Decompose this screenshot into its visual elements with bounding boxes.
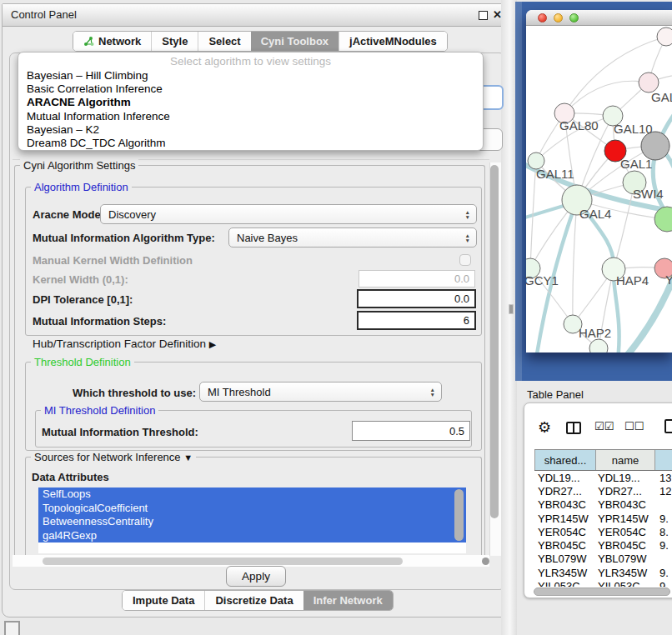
tab-infer-network[interactable]: Infer Network — [303, 591, 393, 610]
table-panel-title: Table Panel — [527, 388, 584, 401]
document-icon[interactable] — [664, 419, 672, 433]
algorithm-option[interactable]: Bayesian – K2 — [18, 123, 483, 137]
tab-label: Network — [98, 35, 141, 48]
algorithm-placeholder: Select algorithm to view settings — [18, 55, 483, 69]
hub-definition-expander[interactable]: Hub/Transcription Factor Definition ▶ — [33, 338, 216, 350]
algorithm-option[interactable]: ARACNE Algorithm — [18, 96, 483, 109]
mi-steps-value: 6 — [464, 314, 469, 327]
attribute-item[interactable]: SelfLoops — [38, 488, 466, 502]
mi-threshold-field[interactable]: 0.5 — [352, 421, 470, 441]
network-node[interactable] — [657, 28, 672, 46]
network-canvas[interactable]: GALGAL80GAL10GAL1GAL11GAL4SWI4HAP4YGCY1H… — [526, 26, 672, 352]
column-header-clipped[interactable]: A — [654, 450, 672, 470]
group-title: Sources for Network Inference ▼ — [31, 451, 196, 463]
kernel-width-label: Kernel Width (0,1): — [33, 273, 128, 286]
zoom-traffic-light-icon[interactable] — [569, 13, 579, 22]
deselect-all-checkboxes-icon[interactable]: ☐☐ — [624, 420, 644, 432]
select-all-checkboxes-icon[interactable]: ☑☑ — [594, 420, 614, 432]
node-label: GAL11 — [536, 167, 574, 181]
tab-style[interactable]: Style — [151, 32, 198, 51]
minimize-traffic-light-icon[interactable] — [554, 13, 563, 22]
which-threshold-label: Which threshold to use: — [73, 387, 196, 399]
tab-network[interactable]: Network — [73, 32, 151, 51]
mi-type-label: Mutual Information Algorithm Type: — [33, 232, 215, 244]
expander-down-icon[interactable]: ▼ — [183, 452, 193, 462]
kernel-width-value: 0.0 — [454, 272, 469, 285]
spinner-arrows-icon: ▲▼ — [465, 210, 470, 219]
tab-label: Discretize Data — [215, 594, 293, 607]
float-window-icon[interactable] — [479, 11, 488, 20]
tab-label: jActiveMNodules — [349, 35, 437, 48]
node-label: GAL — [651, 90, 672, 104]
splitter-handle[interactable] — [509, 304, 514, 314]
table-row[interactable]: YBR045CYBR045C9. — [534, 538, 672, 552]
group-title: MI Threshold Definition — [41, 404, 158, 417]
mi-steps-field[interactable]: 6 — [357, 311, 476, 330]
control-panel-titlebar: Control Panel ✕ — [3, 4, 508, 27]
network-icon — [83, 36, 94, 47]
settings-hscrollbar-thumb[interactable] — [43, 558, 403, 565]
settings-vscrollbar-thumb[interactable] — [490, 165, 499, 518]
tab-discretize-data[interactable]: Discretize Data — [204, 591, 303, 610]
sources-title: Sources for Network Inference — [34, 451, 181, 463]
attribute-item[interactable]: BetweennessCentrality — [38, 515, 466, 529]
gear-icon[interactable]: ⚙ — [538, 418, 551, 437]
table-row[interactable]: YIL053CYIL053C9. — [534, 579, 672, 587]
network-node[interactable] — [589, 339, 608, 352]
hub-definition-label: Hub/Transcription Factor Definition — [33, 338, 206, 350]
mi-threshold-label: Mutual Information Threshold: — [42, 426, 198, 438]
tab-select[interactable]: Select — [198, 32, 250, 51]
table-row[interactable]: YER054CYER054C8. — [534, 525, 672, 538]
tab-impute-data[interactable]: Impute Data — [123, 591, 204, 610]
column-header-name[interactable]: name — [595, 450, 654, 470]
manual-kernel-checkbox[interactable] — [459, 254, 471, 266]
tab-label: Cyni Toolbox — [261, 35, 328, 48]
mi-type-value: Naive Bayes — [237, 232, 298, 244]
tab-jactivemnodules[interactable]: jActiveMNodules — [339, 32, 447, 51]
spinner-arrows-icon: ▲▼ — [465, 233, 470, 242]
table-row[interactable]: YBR043CYBR043C — [534, 498, 672, 512]
data-attributes-label: Data Attributes — [32, 471, 109, 483]
attributes-scrollbar-thumb[interactable] — [454, 489, 464, 541]
data-attributes-list[interactable]: SelfLoopsTopologicalCoefficientBetweenne… — [38, 488, 466, 553]
algorithm-option[interactable]: Mutual Information Inference — [18, 110, 483, 123]
table-row[interactable]: YBL079WYBL079W — [534, 552, 672, 566]
column-header-shared[interactable]: shared... — [534, 450, 595, 470]
tab-label: Style — [162, 35, 188, 48]
mi-type-select[interactable]: Naive Bayes ▲▼ — [228, 228, 477, 248]
algorithm-option[interactable]: Bayesian – Hill Climbing — [18, 69, 483, 82]
which-threshold-select[interactable]: MI Threshold ▲▼ — [199, 382, 442, 402]
desktop-edge-highlight — [515, 2, 522, 381]
apply-button[interactable]: Apply — [226, 566, 286, 587]
attribute-item[interactable]: TopologicalCoefficient — [38, 502, 466, 516]
dpi-tolerance-field[interactable]: 0.0 — [357, 289, 476, 308]
control-panel-tabs: Network Style Select Cyni Toolbox jActiv… — [73, 31, 448, 52]
node-label: GAL1 — [620, 157, 652, 171]
table-row[interactable]: YDR27...YDR27...12 — [534, 484, 672, 498]
tab-label: Infer Network — [313, 594, 383, 607]
close-traffic-light-icon[interactable] — [538, 13, 547, 22]
algorithm-option[interactable]: Basic Correlation Inference — [18, 82, 483, 96]
aracne-mode-value: Discovery — [108, 208, 156, 221]
spinner-arrows-icon: ▲▼ — [430, 388, 435, 397]
algorithm-option[interactable]: Dream8 DC_TDC Algorithm — [18, 137, 483, 150]
node-label: GAL10 — [614, 122, 653, 136]
split-columns-icon[interactable] — [566, 422, 581, 434]
scrollbar-knob[interactable] — [482, 558, 489, 565]
dpi-tolerance-value: 0.0 — [454, 292, 469, 305]
table-row[interactable]: YPR145WYPR145W9. — [534, 512, 672, 525]
aracne-mode-label: Aracne Mode: — [33, 208, 104, 221]
network-window: GALGAL80GAL10GAL1GAL11GAL4SWI4HAP4YGCY1H… — [526, 10, 672, 352]
manual-kernel-label: Manual Kernel Width Definition — [33, 254, 193, 267]
kernel-width-field[interactable]: 0.0 — [359, 270, 475, 288]
expander-right-icon: ▶ — [209, 339, 216, 349]
attribute-item[interactable]: gal4RGexp — [38, 529, 466, 543]
table-row[interactable]: YLR345WYLR345W9. — [534, 566, 672, 579]
apply-label: Apply — [242, 570, 270, 582]
tab-cyni-toolbox[interactable]: Cyni Toolbox — [251, 32, 339, 51]
network-node[interactable] — [641, 132, 669, 160]
aracne-mode-select[interactable]: Discovery ▲▼ — [100, 204, 477, 224]
table-hscrollbar-thumb[interactable] — [534, 588, 670, 596]
floating-panel-icon[interactable] — [4, 621, 20, 635]
table-row[interactable]: YDL19...YDL19...13 — [534, 471, 672, 484]
